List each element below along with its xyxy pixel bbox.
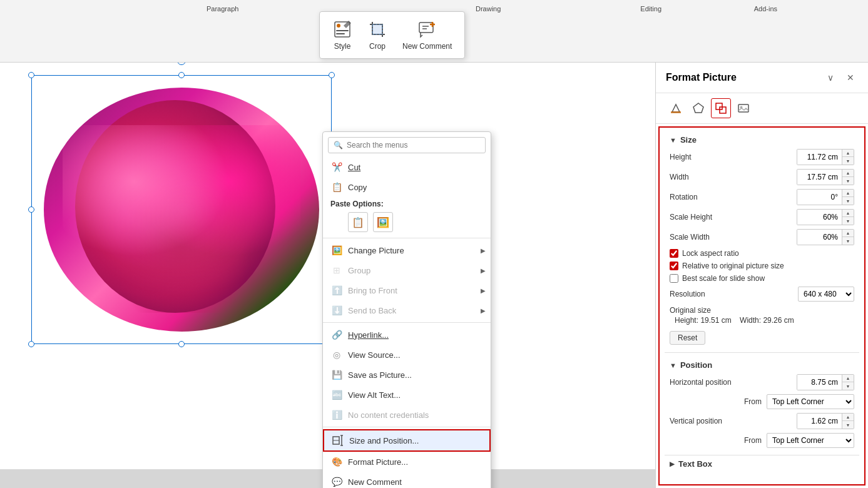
editing-label: Editing <box>640 5 661 13</box>
rotation-spinner[interactable]: ▲ ▼ <box>797 189 854 205</box>
handle-bottom-left[interactable] <box>28 341 34 347</box>
handle-top-left[interactable] <box>28 72 34 78</box>
handle-bottom-middle[interactable] <box>178 341 185 347</box>
paste-keep-source-button[interactable]: 📋 <box>348 212 368 232</box>
view-source-icon: ◎ <box>330 348 343 361</box>
change-picture-menu-item[interactable]: 🖼️ Change Picture ▶ <box>323 240 491 260</box>
view-source-menu-item[interactable]: ◎ View Source... <box>323 345 491 365</box>
handle-middle-left[interactable] <box>28 206 34 213</box>
resolution-select[interactable]: 640 x 480 800 x 600 1024 x 768 <box>798 287 854 302</box>
image-container[interactable] <box>31 75 332 344</box>
scale-width-up-button[interactable]: ▲ <box>842 230 854 237</box>
effects-icon <box>692 102 705 114</box>
floating-toolbar: Style Crop New Comment <box>319 11 465 59</box>
relative-original-checkbox[interactable] <box>670 262 678 270</box>
handle-top-right[interactable] <box>329 72 335 78</box>
best-scale-checkbox[interactable] <box>670 274 678 283</box>
style-icon <box>332 19 352 39</box>
original-size-values: Height: 19.51 cm Width: 29.26 cm <box>670 316 854 325</box>
reset-button[interactable]: Reset <box>670 331 705 345</box>
scale-width-down-button[interactable]: ▼ <box>842 237 854 245</box>
cut-label: Cut <box>348 163 360 172</box>
horizontal-up-button[interactable]: ▲ <box>842 375 854 382</box>
scale-width-spinner[interactable]: ▲ ▼ <box>797 229 854 245</box>
horizontal-down-button[interactable]: ▼ <box>842 382 854 390</box>
size-position-tab[interactable] <box>711 98 731 118</box>
crop-button[interactable]: Crop <box>362 17 392 53</box>
search-input[interactable] <box>347 141 480 150</box>
lock-aspect-checkbox[interactable] <box>670 249 678 258</box>
rotation-up-button[interactable]: ▲ <box>842 190 854 197</box>
rotation-row: Rotation ▲ ▼ <box>665 187 859 207</box>
horizontal-position-spinner[interactable]: ▲ ▼ <box>797 374 854 390</box>
format-panel-title: Format Picture <box>666 72 737 83</box>
width-input[interactable] <box>797 170 842 185</box>
picture-tab[interactable] <box>733 98 753 118</box>
format-panel: Format Picture ∨ ✕ <box>655 63 868 488</box>
view-alt-text-menu-item[interactable]: 🔤 View Alt Text... <box>323 385 491 405</box>
copy-menu-item[interactable]: 📋 Copy <box>323 177 491 197</box>
paste-icons-row: 📋 🖼️ <box>323 210 491 236</box>
vertical-down-button[interactable]: ▼ <box>842 421 854 429</box>
rotation-input[interactable] <box>797 190 842 205</box>
new-comment-toolbar-button[interactable]: New Comment <box>397 17 457 53</box>
vertical-position-input[interactable] <box>797 414 842 429</box>
svg-point-1 <box>337 24 340 28</box>
horizontal-position-label: Horizontal position <box>670 378 792 387</box>
panel-collapse-button[interactable]: ∨ <box>823 70 838 85</box>
height-spinner[interactable]: ▲ ▼ <box>797 149 854 165</box>
format-panel-content: ▼ Size Height ▲ ▼ Width <box>658 126 865 485</box>
height-input[interactable] <box>797 150 842 165</box>
handle-top-middle[interactable] <box>178 72 185 78</box>
size-and-position-menu-item[interactable]: Size and Position... <box>323 429 491 452</box>
rotation-handle[interactable] <box>177 63 186 65</box>
height-down-button[interactable]: ▼ <box>842 157 854 165</box>
scale-height-input[interactable] <box>797 210 842 225</box>
width-down-button[interactable]: ▼ <box>842 177 854 185</box>
scale-height-spinner[interactable]: ▲ ▼ <box>797 209 854 225</box>
format-picture-menu-icon: 🎨 <box>330 455 343 468</box>
size-toggle-icon: ▼ <box>670 136 677 144</box>
scale-height-down-button[interactable]: ▼ <box>842 217 854 225</box>
scale-height-spinner-buttons: ▲ ▼ <box>842 210 854 225</box>
vertical-from-select[interactable]: Top Left Corner Center <box>767 433 854 448</box>
rotation-down-button[interactable]: ▼ <box>842 197 854 205</box>
vertical-up-button[interactable]: ▲ <box>842 414 854 421</box>
save-as-picture-label: Save as Picture... <box>348 370 412 380</box>
paste-picture-button[interactable]: 🖼️ <box>373 212 393 232</box>
size-section-header[interactable]: ▼ Size <box>665 133 859 147</box>
hyperlink-menu-item[interactable]: 🔗 Hyperlink... <box>323 325 491 345</box>
horizontal-from-select[interactable]: Top Left Corner Center <box>767 394 854 409</box>
height-up-button[interactable]: ▲ <box>842 150 854 157</box>
save-as-picture-icon: 💾 <box>330 369 343 381</box>
panel-close-button[interactable]: ✕ <box>843 70 858 85</box>
fill-line-tab[interactable] <box>666 98 686 118</box>
height-label: Height <box>670 153 792 161</box>
horizontal-position-input[interactable] <box>797 375 842 390</box>
no-content-credentials-label: No content credentials <box>348 410 429 420</box>
text-box-section[interactable]: ▶ Text Box <box>665 455 859 472</box>
new-comment-menu-item[interactable]: 💬 New Comment <box>323 472 491 488</box>
group-icon: ⊞ <box>330 264 343 277</box>
scale-width-input[interactable] <box>797 230 842 245</box>
height-row: Height ▲ ▼ <box>665 147 859 167</box>
change-picture-icon: 🖼️ <box>330 244 343 257</box>
paste-options-label: Paste Options: <box>323 197 491 210</box>
width-up-button[interactable]: ▲ <box>842 170 854 177</box>
canvas-area[interactable]: 🔍 ✂️ Cut 📋 Copy Paste Options: 📋 <box>0 63 655 488</box>
scale-height-up-button[interactable]: ▲ <box>842 210 854 217</box>
effects-tab[interactable] <box>688 98 708 118</box>
vertical-position-spinner[interactable]: ▲ ▼ <box>797 413 854 429</box>
save-as-picture-menu-item[interactable]: 💾 Save as Picture... <box>323 365 491 385</box>
send-to-back-icon: ⬇️ <box>330 304 343 317</box>
svg-rect-18 <box>738 104 748 112</box>
cut-menu-item[interactable]: ✂️ Cut <box>323 157 491 177</box>
format-picture-menu-item[interactable]: 🎨 Format Picture... <box>323 452 491 472</box>
toolbar: Paragraph Drawing Editing Add-ins Style … <box>0 0 868 63</box>
style-button[interactable]: Style <box>327 17 357 53</box>
position-section-header[interactable]: ▼ Position <box>665 358 859 372</box>
view-alt-text-icon: 🔤 <box>330 389 343 401</box>
send-to-back-arrow: ▶ <box>481 307 486 314</box>
width-spinner[interactable]: ▲ ▼ <box>797 169 854 185</box>
paragraph-label: Paragraph <box>207 5 238 13</box>
